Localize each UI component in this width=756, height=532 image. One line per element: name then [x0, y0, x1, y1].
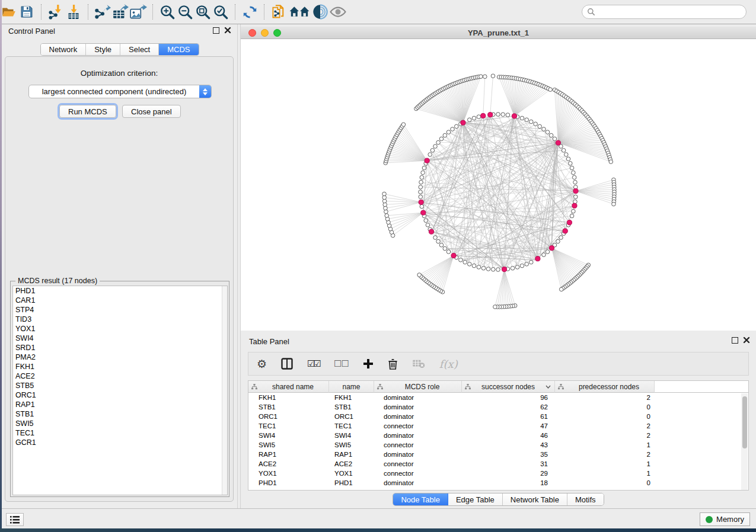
network-node[interactable]	[419, 185, 423, 189]
select-all-columns-button[interactable]: ☑☑	[307, 355, 320, 373]
column-header-successor-nodes[interactable]: successor nodes	[462, 381, 555, 393]
tab-style[interactable]: Style	[86, 44, 120, 55]
network-node[interactable]	[439, 243, 444, 247]
network-node[interactable]	[422, 166, 426, 170]
horizontal-splitter[interactable]	[241, 331, 756, 335]
network-leaf-node[interactable]	[479, 75, 483, 79]
memory-button[interactable]: Memory	[700, 512, 750, 526]
mcds-result-item[interactable]: STB1	[13, 409, 227, 419]
network-node[interactable]	[501, 113, 505, 117]
zoom-selected-button[interactable]	[212, 3, 229, 21]
table-row-TEC1[interactable]: TEC1TEC1connector472	[248, 421, 748, 431]
mcds-result-item[interactable]: PMA2	[13, 352, 227, 362]
mcds-result-item[interactable]: CAR1	[13, 296, 227, 305]
network-node-dominator[interactable]	[535, 257, 540, 261]
network-node[interactable]	[436, 140, 441, 145]
network-node[interactable]	[511, 266, 515, 270]
tab-mcds[interactable]: MCDS	[159, 44, 198, 55]
network-node-dominator[interactable]	[419, 200, 423, 204]
import-network-button[interactable]	[47, 3, 65, 21]
network-node[interactable]	[506, 113, 510, 117]
network-window-titlebar[interactable]: YPA_prune.txt_1	[241, 27, 756, 39]
network-node-dominator[interactable]	[512, 114, 516, 118]
network-node-dominator[interactable]	[461, 120, 465, 125]
mcds-result-item[interactable]: TEC1	[13, 428, 227, 438]
network-node[interactable]	[572, 171, 576, 175]
network-node[interactable]	[553, 137, 557, 141]
first-neighbors-button[interactable]	[288, 3, 311, 21]
export-image-button[interactable]	[129, 3, 147, 21]
network-node[interactable]	[481, 266, 486, 270]
preview-eye-button[interactable]	[329, 3, 347, 21]
network-node-dominator[interactable]	[429, 229, 433, 234]
network-node[interactable]	[421, 171, 425, 175]
table-row-ACE2[interactable]: ACE2ACE2connector311	[248, 459, 748, 469]
sort-chevron-icon[interactable]	[546, 385, 551, 389]
network-leaf-node[interactable]	[559, 287, 563, 291]
network-node[interactable]	[459, 258, 463, 262]
close-panel-icon[interactable]	[224, 27, 231, 34]
zoom-fit-button[interactable]	[194, 3, 212, 21]
tab-edge-table[interactable]: Edge Table	[448, 493, 503, 505]
close-panel-button[interactable]: Close panel	[122, 105, 181, 118]
table-row-YOX1[interactable]: YOX1YOX1connector291	[248, 469, 748, 478]
delete-column-button[interactable]	[388, 355, 398, 373]
network-node[interactable]	[477, 265, 481, 270]
network-node[interactable]	[419, 195, 423, 199]
open-file-button[interactable]	[0, 3, 18, 21]
close-panel-icon[interactable]	[743, 336, 750, 344]
table-row-FKH1[interactable]: FKH1FKH1dominator962	[248, 393, 748, 402]
network-node[interactable]	[542, 253, 546, 257]
share-document-button[interactable]	[270, 3, 288, 21]
network-node[interactable]	[433, 236, 438, 240]
mcds-result-item[interactable]: ORC1	[13, 390, 227, 400]
network-node[interactable]	[515, 265, 519, 270]
search-field[interactable]	[582, 5, 747, 19]
network-node[interactable]	[486, 267, 490, 271]
network-node[interactable]	[525, 262, 529, 267]
mcds-result-item[interactable]: GCR1	[13, 438, 227, 447]
network-leaf-node[interactable]	[493, 305, 497, 309]
network-node[interactable]	[443, 246, 447, 251]
column-header-predecessor-nodes[interactable]: predecessor nodes	[555, 381, 655, 393]
table-row-ORC1[interactable]: ORC1ORC1dominator610	[248, 412, 748, 421]
network-leaf-node[interactable]	[612, 202, 616, 206]
network-node[interactable]	[472, 264, 476, 268]
column-panel-button[interactable]	[281, 355, 293, 373]
mcds-result-item[interactable]: STP4	[13, 305, 227, 315]
network-node[interactable]	[570, 166, 574, 170]
mcds-result-list[interactable]: PHD1CAR1STP4TID3YOX1SWI4SRD1PMA2FKH1ACE2…	[12, 286, 228, 495]
run-mcds-button[interactable]: Run MCDS	[59, 105, 116, 118]
network-node-dominator[interactable]	[488, 113, 493, 117]
float-panel-icon[interactable]	[213, 27, 219, 34]
task-history-button[interactable]	[6, 513, 24, 526]
mcds-result-item[interactable]: SRD1	[13, 343, 227, 352]
network-node[interactable]	[446, 130, 451, 134]
tab-select[interactable]: Select	[120, 44, 159, 55]
network-node[interactable]	[436, 239, 441, 243]
network-node[interactable]	[463, 260, 467, 264]
mcds-result-item[interactable]: RAP1	[13, 400, 227, 409]
network-node[interactable]	[419, 190, 423, 194]
network-leaf-node[interactable]	[548, 88, 553, 92]
network-node[interactable]	[467, 118, 471, 122]
table-row-SWI5[interactable]: SWI5SWI5connector431	[248, 440, 748, 450]
network-node[interactable]	[573, 180, 578, 184]
save-session-button[interactable]	[18, 3, 36, 21]
network-node[interactable]	[549, 133, 553, 137]
network-node[interactable]	[542, 127, 546, 132]
network-node[interactable]	[446, 250, 451, 254]
zoom-out-button[interactable]	[176, 3, 194, 21]
network-node[interactable]	[491, 267, 495, 271]
function-builder-button[interactable]: f(x)	[439, 355, 458, 373]
mcds-result-item[interactable]: ACE2	[13, 371, 227, 381]
network-node[interactable]	[433, 145, 438, 149]
network-node[interactable]	[569, 161, 573, 165]
tab-node-table[interactable]: Node Table	[393, 493, 448, 505]
network-node[interactable]	[538, 124, 542, 129]
network-node[interactable]	[428, 153, 432, 157]
export-table-button[interactable]	[111, 3, 129, 21]
mcds-result-item[interactable]: STB5	[13, 381, 227, 390]
network-node[interactable]	[419, 180, 423, 184]
network-node[interactable]	[443, 133, 447, 137]
